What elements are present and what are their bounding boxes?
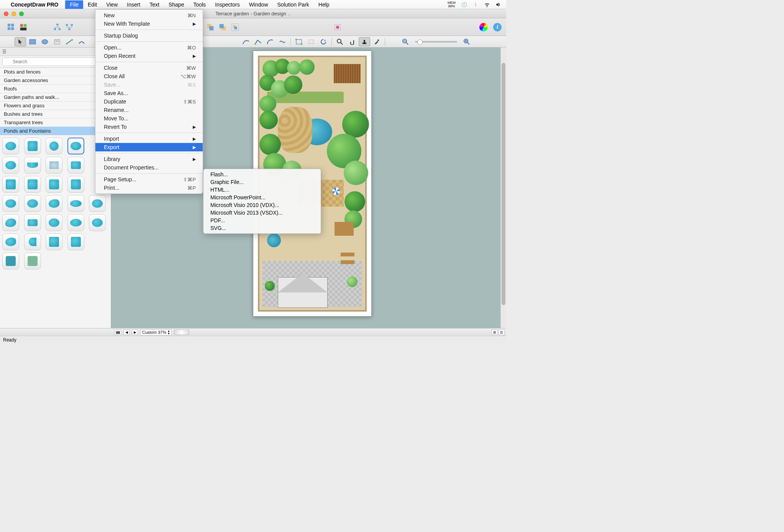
- shape-pond-round-4[interactable]: [24, 195, 41, 212]
- shape-pond-crescent[interactable]: [24, 233, 41, 250]
- text-tool[interactable]: [51, 37, 63, 46]
- tree-shape[interactable]: [287, 61, 301, 75]
- slider-handle[interactable]: [174, 330, 189, 335]
- tree-icon[interactable]: [51, 21, 63, 33]
- group-icon[interactable]: [229, 21, 241, 33]
- menu-item-close-all[interactable]: Close All⌥⌘W: [95, 72, 203, 80]
- tree-shape[interactable]: [259, 134, 281, 155]
- tree-shape[interactable]: [344, 161, 368, 185]
- category-roofs[interactable]: Roofs: [0, 85, 111, 93]
- menu-text[interactable]: Text: [145, 0, 164, 9]
- shape-pond-free[interactable]: [2, 233, 19, 250]
- zoom-out-button[interactable]: [400, 37, 411, 46]
- shape-pond-rect-2[interactable]: [24, 214, 41, 231]
- bezier-tool[interactable]: [277, 37, 288, 46]
- menu-item-new-with-template[interactable]: New With Template▶: [95, 20, 203, 28]
- pool-shape[interactable]: [267, 233, 281, 247]
- menu-tools[interactable]: Tools: [189, 0, 210, 9]
- pointer-tool[interactable]: [15, 37, 26, 46]
- export-item-microsoft-visio-2010-vdx[interactable]: Microsoft Visio 2010 (VDX)...: [203, 201, 321, 209]
- search-input[interactable]: [2, 57, 108, 66]
- menu-item-duplicate[interactable]: Duplicate⇧⌘S: [95, 97, 203, 106]
- view-mode-1[interactable]: ⊞: [492, 330, 498, 335]
- send-back-icon[interactable]: [205, 21, 216, 33]
- rotate-tool[interactable]: [318, 37, 329, 46]
- org-chart-icon[interactable]: [64, 21, 75, 33]
- shape-pond-kidney[interactable]: [2, 214, 19, 231]
- menu-item-close[interactable]: Close⌘W: [95, 64, 203, 72]
- export-item-microsoft-visio-2013-vsdx[interactable]: Microsoft Visio 2013 (VSDX)...: [203, 209, 321, 217]
- bring-front-icon[interactable]: [217, 21, 228, 33]
- tree-shape[interactable]: [344, 191, 365, 212]
- category-garden-accessories[interactable]: Garden accessories: [0, 76, 111, 85]
- export-item-html[interactable]: HTML...: [203, 186, 321, 194]
- menu-item-print[interactable]: Print...⌘P: [95, 184, 203, 192]
- deck-shape[interactable]: [334, 64, 361, 83]
- tree-shape[interactable]: [259, 111, 278, 129]
- menu-inspectors[interactable]: Inspectors: [210, 0, 244, 9]
- menu-item-open[interactable]: Open...⌘O: [95, 43, 203, 52]
- roof-shape[interactable]: [278, 273, 328, 292]
- shape-fountain-spray[interactable]: [46, 157, 62, 174]
- shape-pond-round-6[interactable]: [46, 214, 62, 231]
- umbrella-shape[interactable]: [332, 187, 340, 195]
- shape-pond-l2[interactable]: [24, 176, 41, 193]
- clock-icon[interactable]: 🕙: [461, 2, 467, 8]
- color-squares-icon[interactable]: [18, 21, 29, 33]
- edit-points-tool[interactable]: [293, 37, 305, 46]
- bench-shape[interactable]: [341, 260, 354, 264]
- menu-window[interactable]: Window: [244, 0, 273, 9]
- volume-icon[interactable]: [495, 2, 502, 8]
- connector-tool[interactable]: [76, 37, 87, 46]
- shape-pond-l3[interactable]: [46, 176, 62, 193]
- menu-item-rename[interactable]: Rename...: [95, 106, 203, 114]
- category-plots-fences[interactable]: Plots and fences: [0, 68, 111, 76]
- shape-pond-blob[interactable]: [46, 195, 62, 212]
- menu-item-startup-dialog[interactable]: Startup Dialog: [95, 31, 203, 40]
- shape-texture-1[interactable]: [2, 253, 19, 269]
- line-tool[interactable]: [64, 37, 75, 46]
- menu-item-open-recent[interactable]: Open Recent▶: [95, 52, 203, 60]
- category-garden-paths[interactable]: Garden paths and walk...: [0, 93, 111, 102]
- wifi-icon[interactable]: [484, 2, 490, 8]
- eyedropper-tool[interactable]: [371, 37, 382, 46]
- arc-tool[interactable]: [264, 37, 276, 46]
- shape-pond-round-5[interactable]: [89, 195, 106, 212]
- menu-solution-park[interactable]: Solution Park: [273, 0, 314, 9]
- shape-pond-l4[interactable]: [67, 176, 84, 193]
- stamp-tool[interactable]: [359, 37, 370, 46]
- window-minimize-button[interactable]: [11, 11, 16, 16]
- outline-icon[interactable]: ☰: [2, 49, 7, 54]
- category-ponds-fountains[interactable]: Ponds and Fountains: [0, 127, 111, 135]
- menu-item-page-setup[interactable]: Page Setup...⇧⌘P: [95, 175, 203, 184]
- color-picker-button[interactable]: [478, 21, 489, 33]
- zoom-in-button[interactable]: [461, 37, 472, 46]
- shape-pond-sq-2[interactable]: [46, 233, 62, 250]
- menu-item-save-as[interactable]: Save As...: [95, 89, 203, 97]
- menu-item-move-to[interactable]: Move To...: [95, 114, 203, 123]
- menu-item-document-properties[interactable]: Document Properties...: [95, 163, 203, 172]
- shape-pond-l1[interactable]: [2, 176, 19, 193]
- info-button[interactable]: i: [492, 21, 503, 33]
- shape-pond-square[interactable]: [24, 138, 41, 154]
- export-item-flash[interactable]: Flash...: [203, 171, 321, 178]
- shape-pond-rect[interactable]: [67, 157, 84, 174]
- shape-pond-sq-3[interactable]: [67, 233, 84, 250]
- menu-shape[interactable]: Shape: [164, 0, 189, 9]
- shape-texture-2[interactable]: [24, 253, 41, 269]
- menu-item-library[interactable]: Library▶: [95, 155, 203, 163]
- table-shape[interactable]: [335, 222, 354, 236]
- tree-shape[interactable]: [284, 76, 302, 94]
- polyline-tool[interactable]: [252, 37, 264, 46]
- shape-pond-round-3[interactable]: [2, 195, 19, 212]
- tree-shape[interactable]: [259, 95, 276, 112]
- menu-item-revert-to[interactable]: Revert To▶: [95, 123, 203, 131]
- category-transparent-trees[interactable]: Transparent trees: [0, 118, 111, 127]
- shape-pond-selected[interactable]: [67, 138, 84, 154]
- window-zoom-button[interactable]: [19, 11, 24, 16]
- menu-view[interactable]: View: [102, 0, 122, 9]
- menu-item-new[interactable]: New⌘N: [95, 11, 203, 20]
- window-close-button[interactable]: [4, 11, 8, 16]
- ellipse-tool[interactable]: [39, 37, 51, 46]
- shape-pond-oval[interactable]: [67, 195, 84, 212]
